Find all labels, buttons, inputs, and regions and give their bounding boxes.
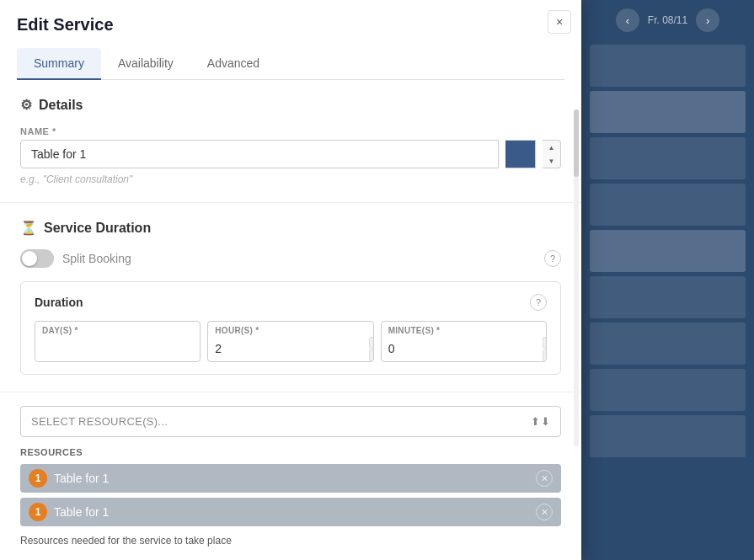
resource-badge-2: 1 (29, 503, 47, 521)
color-arrow-up[interactable]: ▲ (543, 141, 560, 154)
minutes-input-row: ▲ ▼ (382, 337, 546, 361)
name-input[interactable] (20, 140, 499, 168)
details-icon: ⚙ (20, 97, 32, 113)
tab-availability[interactable]: Availability (101, 48, 190, 80)
scroll-thumb[interactable] (574, 109, 579, 177)
tab-advanced[interactable]: Advanced (190, 48, 276, 80)
bg-cell-1 (590, 45, 746, 87)
color-arrow-down[interactable]: ▼ (543, 154, 560, 168)
service-duration-section: ⏳ Service Duration Split Booking ? Durat… (0, 203, 581, 392)
edit-service-modal: Edit Service Summary Availability Advanc… (0, 0, 581, 560)
split-booking-row: Split Booking ? (20, 249, 561, 268)
minutes-arrow-up[interactable]: ▲ (543, 337, 547, 349)
duration-help-icon[interactable]: ? (530, 294, 547, 311)
color-picker-arrows[interactable]: ▲ ▼ (543, 140, 561, 168)
bg-cell-8 (590, 369, 746, 411)
modal-body[interactable]: ⚙ Details NAME * ▲ ▼ e.g., "Client consu… (0, 80, 581, 560)
resource-name-1: Table for 1 (54, 472, 529, 485)
bg-nav-prev: ‹ (616, 8, 639, 32)
hours-spinner: ▲ ▼ (369, 337, 373, 361)
resource-badge-1: 1 (29, 469, 47, 488)
close-button[interactable]: × (548, 10, 571, 34)
resource-tag-2: 1 Table for 1 ✕ (20, 498, 561, 526)
resources-label: RESOURCES (20, 447, 561, 457)
dropdown-arrow-icon: ⬆⬇ (531, 415, 550, 428)
bg-cell-5 (590, 230, 746, 272)
hours-arrow-down[interactable]: ▼ (369, 349, 373, 361)
select-resources-dropdown[interactable]: SELECT RESOURCE(S)... ⬆⬇ (20, 406, 561, 437)
bg-cell-9 (590, 415, 746, 457)
bg-cell-6 (590, 276, 746, 318)
name-field-label: NAME * (20, 126, 561, 136)
tabs: Summary Availability Advanced (17, 48, 564, 80)
duration-box: Duration ? DAY(S) * HOUR(S) * (20, 281, 561, 375)
split-booking-toggle[interactable] (20, 249, 54, 268)
resources-note: Resources needed for the service to take… (20, 535, 561, 547)
resource-tag-1: 1 Table for 1 ✕ (20, 464, 561, 493)
duration-fields: DAY(S) * HOUR(S) * ▲ ▼ (35, 321, 547, 362)
days-label: DAY(S) * (35, 322, 200, 337)
details-section: ⚙ Details NAME * ▲ ▼ e.g., "Client consu… (0, 80, 581, 203)
scroll-bar (574, 109, 579, 446)
days-input-row (35, 337, 200, 359)
modal-title: Edit Service (17, 15, 564, 35)
minutes-arrow-down[interactable]: ▼ (543, 349, 547, 361)
hourglass-icon: ⏳ (20, 220, 37, 236)
duration-title: Duration (35, 296, 83, 309)
hours-input[interactable] (208, 339, 369, 360)
toggle-knob (22, 251, 37, 266)
toggle-left: Split Booking (20, 249, 131, 268)
minutes-spinner: ▲ ▼ (543, 337, 547, 361)
bg-cell-7 (590, 323, 746, 365)
resource-remove-2[interactable]: ✕ (536, 504, 553, 520)
name-field-row: ▲ ▼ (20, 140, 561, 168)
bg-nav-next: › (696, 8, 719, 32)
duration-title-row: Duration ? (35, 294, 547, 311)
hours-label: HOUR(S) * (208, 322, 372, 337)
minutes-field: MINUTE(S) * ▲ ▼ (381, 321, 547, 362)
resources-section: SELECT RESOURCE(S)... ⬆⬇ RESOURCES 1 Tab… (0, 392, 581, 560)
service-duration-title: ⏳ Service Duration (20, 220, 561, 236)
bg-cell-2 (590, 91, 746, 133)
hours-field: HOUR(S) * ▲ ▼ (207, 321, 373, 362)
minutes-input[interactable] (382, 339, 543, 360)
resource-remove-1[interactable]: ✕ (536, 470, 553, 487)
select-placeholder: SELECT RESOURCE(S)... (31, 415, 168, 428)
background-calendar: ‹ Fr. 08/11 › (581, 0, 754, 560)
hours-input-row: ▲ ▼ (208, 337, 372, 361)
days-field: DAY(S) * (35, 321, 201, 362)
split-booking-help-icon[interactable]: ? (544, 250, 561, 267)
resource-name-2: Table for 1 (54, 505, 529, 519)
color-picker-button[interactable] (505, 140, 536, 168)
days-input[interactable] (35, 337, 200, 359)
hours-arrow-up[interactable]: ▲ (369, 337, 373, 349)
bg-cell-3 (590, 137, 746, 179)
minutes-label: MINUTE(S) * (382, 322, 546, 337)
tab-summary[interactable]: Summary (17, 48, 101, 80)
name-field-hint: e.g., "Client consultation" (20, 173, 561, 185)
bg-date-label: Fr. 08/11 (648, 14, 687, 26)
modal-header: Edit Service Summary Availability Advanc… (0, 0, 581, 80)
details-title: ⚙ Details (20, 97, 561, 113)
split-booking-label: Split Booking (62, 252, 131, 265)
bg-cell-4 (590, 184, 746, 226)
